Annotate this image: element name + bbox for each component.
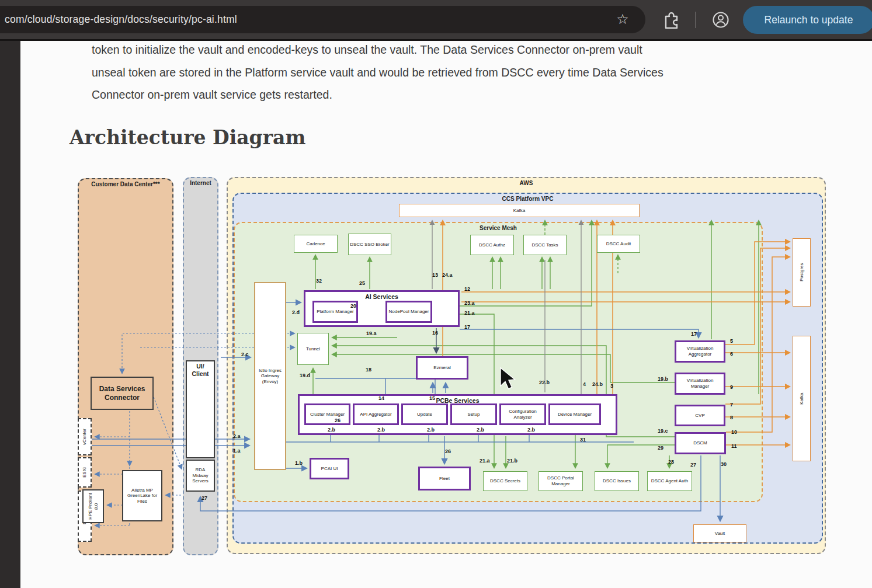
edge-label: 26: [335, 417, 341, 423]
edge-label: 2.b: [427, 427, 435, 433]
node-data-services-connector: Data Services Connector: [91, 377, 154, 410]
edge-label: 22.b: [539, 380, 550, 385]
edge-label: 13: [432, 272, 438, 278]
edge-label: 19.b: [658, 376, 668, 382]
edge-label: 16: [432, 330, 438, 336]
edge-label: 24.a: [442, 272, 453, 278]
node-ui-client: UI/ Client: [186, 360, 215, 458]
node-ezmeral: Ezmeral: [416, 356, 468, 380]
edge-label: 4: [583, 381, 586, 387]
container-label-ccs-platform-vpc: CCS Platform VPC: [234, 196, 822, 202]
node-cvp: CVP: [675, 405, 725, 426]
edge-label: 27: [690, 462, 696, 468]
edge-label: 6: [730, 351, 733, 357]
edge-label: 2.a: [233, 433, 241, 439]
container-label-aws: AWS: [228, 180, 825, 186]
container-label-customer-data-center: Customer Data Center***: [79, 181, 172, 187]
edge-label: 19.c: [658, 428, 668, 434]
edge-label: 2.b: [377, 427, 385, 433]
edge-label: 17: [464, 324, 470, 330]
container-label-internet: Internet: [184, 180, 217, 186]
edge-label: 19.d: [300, 373, 310, 378]
node-dscc-agent-auth: DSCC Agent Auth: [647, 471, 692, 491]
node-virtualization-manager: Virtualization Manager: [675, 373, 725, 395]
node-postgres: Postgres: [793, 238, 811, 307]
node-cluster-manager: Cluster Manager: [304, 403, 350, 425]
edge-label: 7: [730, 402, 733, 408]
node-dscc-tasks: DSCC Tasks: [523, 235, 567, 255]
node-dscc-issues: DSCC Issues: [595, 471, 639, 491]
profile-account-icon[interactable]: [711, 10, 730, 30]
node-configuration-analyzer: Configuration Analyzer: [499, 403, 546, 425]
node-dscc-audit: DSCC Audit: [597, 235, 640, 253]
node-esxi: ESXi: [78, 457, 92, 488]
edge-label: 24.b: [592, 381, 603, 387]
edge-label: 9: [730, 384, 733, 390]
edge-label: 21.a: [480, 458, 490, 464]
node-dscc-sso-broker: DSCC SSO Broker: [348, 234, 391, 255]
node-alletra-mp-greenlake: Alletra MP GreenLake for Files: [122, 470, 162, 521]
edge-label: 1.a: [233, 448, 241, 454]
edge-label: 26: [445, 448, 451, 454]
edge-label: 2.b: [328, 427, 335, 433]
node-fleet: Fleet: [418, 467, 471, 490]
node-rda-midway-servers: RDA Midway Servers: [186, 460, 215, 492]
edge-label: 3: [610, 383, 613, 389]
node-istio-ingress-gateway: Istio Ingres Gateway (Envoy): [254, 282, 286, 470]
node-cadence: Cadence: [294, 235, 338, 253]
toolbar-separator: [695, 12, 696, 28]
node-vcenter: vCenter: [78, 418, 92, 455]
edge-label: 11: [731, 443, 737, 449]
node-dscm: DSCM: [675, 432, 726, 454]
edge-label: 12: [464, 286, 470, 292]
node-kafka-top: Kafka: [399, 204, 640, 217]
edge-label: 2.b: [477, 427, 484, 433]
edge-label: 2.b: [527, 427, 535, 433]
node-update: Update: [401, 403, 448, 425]
edge-label: 2.c: [241, 352, 249, 357]
node-kafka-right: Kafka: [793, 336, 811, 461]
edge-label: 28: [668, 459, 674, 465]
edge-label: 20: [350, 303, 356, 309]
edge-label: 2.d: [292, 309, 300, 315]
address-bar[interactable]: com/cloud/storage-design/docs/security/p…: [0, 6, 645, 33]
edge-label: 15: [429, 395, 435, 401]
edge-label: 17: [691, 331, 697, 337]
relaunch-to-update-button[interactable]: Relaunch to update: [743, 6, 872, 34]
edge-label: 10: [731, 429, 737, 435]
edge-label: 21.b: [507, 458, 517, 464]
bookmark-star-icon[interactable]: ☆: [613, 5, 632, 34]
edge-label: 29: [658, 445, 663, 451]
edge-label: 31: [580, 437, 586, 443]
node-dscc-authz: DSCC Authz: [470, 235, 514, 255]
edge-label: 21.a: [464, 310, 475, 316]
node-pcai-ui: PCAI UI: [310, 458, 349, 479]
node-vault: Vault: [693, 524, 746, 542]
edge-label: 32: [316, 278, 322, 284]
edge-label: 8: [730, 415, 733, 420]
extensions-puzzle-icon[interactable]: [662, 10, 680, 30]
edge-label: 5: [730, 338, 733, 344]
url-text[interactable]: com/cloud/storage-design/docs/security/p…: [5, 13, 237, 26]
edge-label: 18: [366, 367, 371, 373]
edge-label: 27: [202, 495, 207, 501]
architecture-diagram: Customer Data Center***InternetAWSCCS Pl…: [0, 0, 872, 588]
node-nodepool-manager: NodePool Manager: [385, 301, 432, 323]
node-dscc-secrets: DSCC Secrets: [483, 471, 527, 491]
edge-label: 19.a: [366, 330, 377, 336]
node-virtualization-aggregator: Virtualization Aggregator: [675, 340, 725, 363]
edge-label: 14: [378, 395, 384, 401]
edge-label: 30: [721, 461, 727, 467]
edge-label: 1.b: [295, 460, 303, 466]
edge-label: 25: [359, 280, 365, 286]
edge-label: 23.a: [464, 300, 475, 306]
node-dscc-portal-manager: DSCC Portal Manager: [539, 471, 583, 491]
node-hpe-proliant: HPE Proliant 8.0: [82, 489, 104, 523]
container-label-service-mesh: Service Mesh: [235, 225, 762, 231]
toolbar-divider: [0, 39, 872, 41]
node-api-aggregator: API Aggregator: [353, 403, 399, 425]
node-tunnel: Tunnel: [297, 333, 329, 365]
node-device-manager: Device Manager: [548, 403, 601, 425]
node-setup: Setup: [450, 403, 497, 425]
